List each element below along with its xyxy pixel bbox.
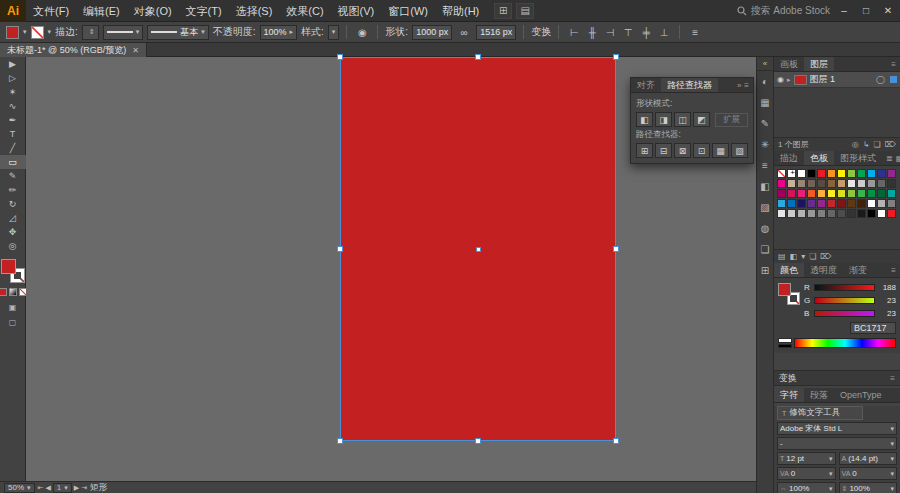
dock-panel-icon[interactable]: ▦ xyxy=(756,92,774,113)
menubar-app-icon[interactable]: ▤ xyxy=(516,3,534,19)
color-swatch[interactable] xyxy=(867,179,876,188)
stroke-weight-caret-icon[interactable]: ⇕ xyxy=(89,28,95,36)
layers-footer-icon[interactable]: ❏ xyxy=(874,140,881,149)
color-swatch[interactable] xyxy=(827,169,836,178)
selection-handle-bottom-center[interactable] xyxy=(475,438,481,444)
pathfinder-button[interactable]: ⊞ xyxy=(636,143,653,158)
stroke-color-swatch[interactable] xyxy=(31,26,44,39)
color-swatch[interactable] xyxy=(847,179,856,188)
color-swatch[interactable] xyxy=(887,209,896,218)
color-swatch[interactable] xyxy=(887,199,896,208)
menu-item[interactable]: 视图(V) xyxy=(331,0,382,22)
menu-item[interactable]: 窗口(W) xyxy=(381,0,435,22)
color-swatch[interactable] xyxy=(887,189,896,198)
menu-item[interactable]: 对象(O) xyxy=(127,0,179,22)
pathfinder-button[interactable]: ⊡ xyxy=(693,143,710,158)
align-icon[interactable]: ⊤ xyxy=(620,25,636,40)
color-swatch[interactable] xyxy=(827,179,836,188)
panel-menu-icon[interactable]: ≡ xyxy=(891,60,896,69)
pathfinder-button[interactable]: ⊠ xyxy=(674,143,691,158)
style-dropdown[interactable]: ▾ xyxy=(328,25,340,40)
screen-mode-icon[interactable]: ▢ xyxy=(4,316,22,328)
object-center-point[interactable] xyxy=(476,247,481,252)
tool-button[interactable]: T xyxy=(0,127,26,141)
tool-button[interactable]: ∿ xyxy=(0,99,26,113)
link-dimensions-icon[interactable]: ∞ xyxy=(456,25,472,40)
variable-width-dropdown[interactable]: ▾ xyxy=(103,25,144,40)
color-swatch[interactable] xyxy=(867,209,876,218)
stroke-weight-field[interactable]: ⇕ xyxy=(82,25,99,40)
color-swatch[interactable] xyxy=(887,179,896,188)
shape-mode-button[interactable]: ◨ xyxy=(655,112,672,127)
color-mode-icon[interactable] xyxy=(0,288,7,296)
tool-button[interactable]: ↻ xyxy=(0,197,26,211)
transform-link[interactable]: 变换 xyxy=(531,25,551,39)
color-swatch[interactable] xyxy=(797,179,806,188)
color-swatch[interactable] xyxy=(807,169,816,178)
align-icon[interactable]: ╪ xyxy=(638,25,654,40)
expand-button[interactable]: 扩展 xyxy=(715,113,748,127)
align-icon[interactable]: ╫ xyxy=(584,25,600,40)
fill-color-swatch[interactable] xyxy=(6,26,19,39)
color-swatch[interactable] xyxy=(887,169,896,178)
tab-paragraph[interactable]: 段落 xyxy=(804,388,834,402)
tool-button[interactable]: ✒ xyxy=(0,113,26,127)
swatches-footer-icon[interactable]: ⌦ xyxy=(820,252,831,261)
font-size-field[interactable]: T12 pt▾ xyxy=(777,452,836,465)
next-artboard-icon[interactable]: ▶ xyxy=(74,484,79,492)
selection-handle-top-left[interactable] xyxy=(337,54,343,60)
channel-value[interactable]: 23 xyxy=(878,296,896,305)
selection-handle-middle-left[interactable] xyxy=(337,246,343,252)
color-swatch[interactable] xyxy=(807,179,816,188)
align-icon[interactable]: ⊢ xyxy=(566,25,582,40)
color-swatch[interactable] xyxy=(857,169,866,178)
tool-button[interactable]: ◿ xyxy=(0,211,26,225)
color-swatch[interactable] xyxy=(797,189,806,198)
shape-mode-button[interactable]: ◫ xyxy=(674,112,691,127)
panel-menu-icon[interactable]: ≡ xyxy=(891,266,896,275)
leading-field[interactable]: A(14.4 pt)▾ xyxy=(839,452,898,465)
kerning-field[interactable]: VA0▾ xyxy=(777,467,836,480)
tool-button[interactable]: ▶ xyxy=(0,57,26,71)
minimize-button[interactable]: – xyxy=(836,3,852,19)
color-swatch[interactable] xyxy=(797,209,806,218)
color-swatch[interactable] xyxy=(807,209,816,218)
layer-name[interactable]: 图层 1 xyxy=(810,73,836,86)
menu-item[interactable]: 效果(C) xyxy=(279,0,330,22)
tab-character[interactable]: 字符 xyxy=(774,388,804,402)
color-swatch[interactable] xyxy=(877,209,886,218)
visibility-eye-icon[interactable]: ◉ xyxy=(777,75,784,84)
zoom-dropdown[interactable]: 50%▾ xyxy=(4,483,35,493)
swatches-footer-icon[interactable]: ◧ xyxy=(790,252,798,261)
color-swatch[interactable] xyxy=(847,169,856,178)
menu-item[interactable]: 文字(T) xyxy=(179,0,229,22)
dock-panel-icon[interactable]: ❏ xyxy=(756,239,774,260)
color-swatch[interactable] xyxy=(857,199,866,208)
shape-width-field[interactable]: 1000 px xyxy=(412,25,452,40)
color-swatch[interactable] xyxy=(777,189,786,198)
dock-panel-icon[interactable]: ◧ xyxy=(756,176,774,197)
tool-button[interactable]: ✏ xyxy=(0,183,26,197)
color-swatch[interactable] xyxy=(817,199,826,208)
slider-track[interactable] xyxy=(814,310,875,317)
tab-color[interactable]: 颜色 xyxy=(774,263,804,277)
vertical-scale-field[interactable]: ⇕100%▾ xyxy=(839,482,898,493)
align-icon[interactable]: ⊣ xyxy=(602,25,618,40)
fill-swatch[interactable] xyxy=(778,283,791,296)
selection-handle-top-center[interactable] xyxy=(475,54,481,60)
color-swatch[interactable] xyxy=(817,189,826,198)
menu-item[interactable]: 选择(S) xyxy=(229,0,280,22)
color-swatch[interactable] xyxy=(857,209,866,218)
color-swatch[interactable] xyxy=(837,189,846,198)
swatch-view-icon[interactable]: ▦ xyxy=(896,154,900,163)
slider-track[interactable] xyxy=(814,284,875,291)
tab-stroke[interactable]: 描边 xyxy=(774,151,804,165)
color-swatch[interactable] xyxy=(817,209,826,218)
color-swatch[interactable] xyxy=(787,199,796,208)
color-swatch[interactable] xyxy=(867,189,876,198)
fill-swatch[interactable] xyxy=(1,259,16,274)
dock-panel-icon[interactable]: ▨ xyxy=(756,197,774,218)
tool-button[interactable]: ✎ xyxy=(0,169,26,183)
panel-menu-icon[interactable]: ≡ xyxy=(744,81,749,90)
color-spectrum-bar[interactable] xyxy=(794,338,896,348)
